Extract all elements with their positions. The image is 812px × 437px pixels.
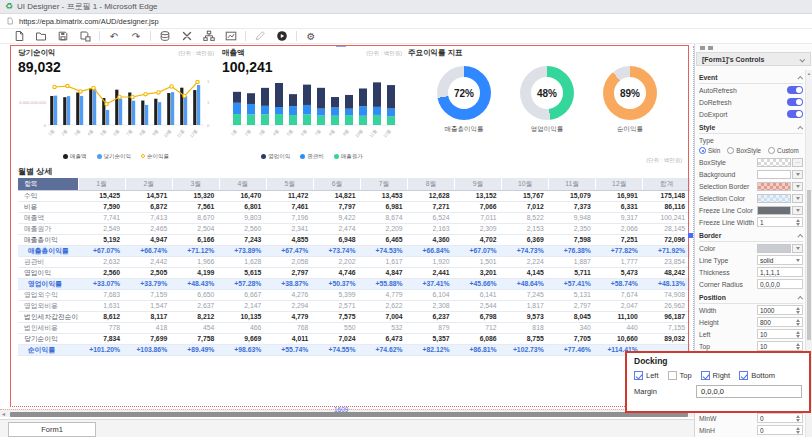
open-folder-button[interactable]	[30, 30, 52, 43]
table-cell: 96,187	[643, 311, 690, 322]
left-spinner[interactable]: 10	[757, 329, 803, 339]
autorefresh-toggle[interactable]	[787, 86, 803, 94]
sitemap-button[interactable]	[198, 30, 220, 43]
thickness-input[interactable]: 1,1,1,1	[757, 267, 803, 277]
table-cell: 879	[408, 322, 455, 333]
dorefresh-toggle[interactable]	[787, 98, 803, 106]
spinner-arrows[interactable]	[796, 219, 800, 226]
freeze-line-color-swatch[interactable]	[757, 206, 791, 215]
table-cell: +74.53%	[360, 245, 407, 256]
top-spinner[interactable]: 10	[757, 341, 803, 351]
docking-bottom-checkbox[interactable]: Bottom	[739, 371, 775, 380]
panel-menu-icon[interactable]	[708, 46, 713, 50]
minw-spinner[interactable]: 0	[757, 413, 803, 423]
background-dropdown-button[interactable]	[792, 170, 803, 179]
freeze-line-color-dropdown-button[interactable]	[792, 206, 803, 215]
spin-up-icon	[796, 415, 800, 418]
selection-color-swatch[interactable]	[757, 194, 791, 203]
panel-pin-icon[interactable]	[700, 46, 705, 50]
property-label: AutoRefresh	[699, 87, 737, 94]
radio-custom[interactable]: Custom	[768, 147, 799, 154]
section-header-border[interactable]: Border	[699, 230, 803, 242]
selection-border-swatch[interactable]	[757, 182, 791, 191]
settings-button[interactable]: ⚙	[300, 30, 322, 43]
tab-form1[interactable]: Form1	[8, 422, 96, 437]
design-canvas[interactable]: 당기순이익 (단위 : 백만원) 89,032 1월2월3월4월5월6월7월8월…	[0, 44, 694, 437]
save-button[interactable]	[52, 30, 74, 43]
table-cell: 7,598	[549, 234, 596, 245]
scroll-up-arrow-icon[interactable]: ▲	[807, 71, 811, 76]
section-header-position[interactable]: Position	[699, 292, 803, 304]
table-cell: +86.81%	[455, 344, 502, 355]
table-cell: +33.79%	[125, 278, 172, 289]
spinner-arrows[interactable]	[796, 319, 800, 326]
boxstyle-ellipsis-button[interactable]: ···	[792, 158, 803, 167]
spin-down-icon	[796, 419, 800, 422]
spinner-arrows[interactable]	[796, 415, 800, 422]
width-spinner[interactable]: 1000	[757, 305, 803, 315]
run-button[interactable]	[271, 30, 293, 43]
edit-button[interactable]	[249, 30, 271, 43]
database-button[interactable]	[154, 30, 176, 43]
docking-title: Docking	[634, 356, 802, 366]
table-cell: 8,522	[502, 212, 549, 223]
build-tools-button[interactable]	[176, 30, 198, 43]
section-header-style[interactable]: Style	[699, 122, 803, 134]
scroll-left-arrow-icon[interactable]: ◄	[1, 411, 6, 417]
table-cell: 7,797	[313, 201, 360, 212]
docking-top-checkbox[interactable]: Top	[668, 371, 692, 380]
doexport-toggle[interactable]	[787, 110, 803, 118]
selection-color-dropdown-button[interactable]	[792, 194, 803, 203]
table-cell: 440	[596, 322, 643, 333]
table-cell: 2,544	[455, 300, 502, 311]
table-cell: 6,650	[172, 289, 219, 300]
color-swatch[interactable]	[757, 244, 791, 253]
column-header: 9월	[455, 178, 502, 190]
table-cell: 4,847	[360, 267, 407, 278]
height-spinner[interactable]: 800	[757, 317, 803, 327]
margin-input[interactable]: 0,0,0,0	[696, 385, 802, 398]
docking-left-checkbox[interactable]: Left	[634, 371, 659, 380]
scrollbar-thumb[interactable]	[10, 412, 688, 417]
new-file-button[interactable]	[8, 30, 30, 43]
spin-down-icon	[796, 335, 800, 338]
selection-border-dropdown-button[interactable]	[792, 182, 803, 191]
table-cell: 1,887	[549, 256, 596, 267]
spinner-arrows[interactable]	[796, 331, 800, 338]
section-title: Position	[699, 294, 726, 301]
spinner-arrows[interactable]	[796, 307, 800, 314]
chart-frame-icon	[225, 30, 237, 42]
selection-handle[interactable]	[688, 233, 693, 238]
radio-boxstyle[interactable]: BoxStyle	[727, 147, 761, 154]
radio-skin[interactable]: Skin	[699, 147, 720, 154]
panel-header[interactable]: [Form1]'s Controls	[696, 52, 811, 66]
table-cell: 2,632	[78, 256, 125, 267]
spinner-arrows[interactable]	[796, 343, 800, 350]
corner-radius-input[interactable]: 0,0,0,0	[757, 279, 803, 289]
toolbar-separator	[296, 31, 297, 41]
table-cell: 8,670	[172, 212, 219, 223]
table-cell: 2,066	[596, 223, 643, 234]
chart-frame-button[interactable]	[220, 30, 242, 43]
minh-spinner[interactable]: 0	[757, 425, 803, 435]
color-dropdown-button[interactable]	[792, 244, 803, 253]
panel-scrollbar-thumb[interactable]	[807, 190, 811, 340]
undo-button[interactable]: ↶	[103, 30, 125, 43]
freeze-line-width-spinner[interactable]: 1	[757, 217, 803, 227]
line-type-select[interactable]: solid	[757, 255, 803, 265]
table-cell: 2,549	[78, 223, 125, 234]
svg-text:0: 0	[207, 123, 210, 128]
section-header-event[interactable]: Event	[699, 72, 803, 84]
table-cell: 72,096	[643, 234, 690, 245]
chevron-down-icon	[796, 173, 800, 176]
legend-marker	[334, 154, 339, 159]
table-cell: +50.37%	[313, 278, 360, 289]
spinner-arrows[interactable]	[796, 427, 800, 434]
background-swatch[interactable]	[757, 170, 791, 179]
property-label: Selection Border	[699, 183, 749, 190]
url-bar[interactable]: https://epa.bimatrix.com/AUD/designer.js…	[0, 14, 812, 29]
redo-button[interactable]: ↷	[125, 30, 147, 43]
save-as-button[interactable]	[74, 30, 96, 43]
boxstyle-swatch[interactable]	[757, 158, 791, 167]
docking-right-checkbox[interactable]: Right	[701, 371, 731, 380]
